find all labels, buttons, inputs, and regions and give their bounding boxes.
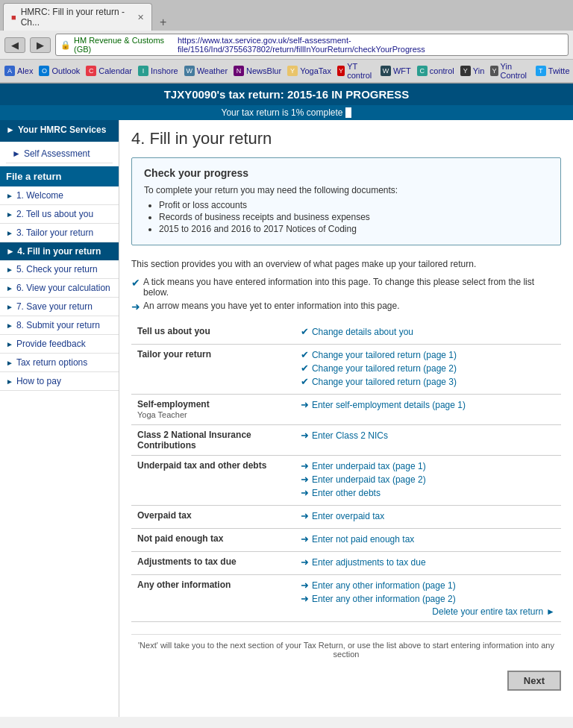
tick-icon: ✔ xyxy=(301,349,309,360)
newsblur-favicon: N xyxy=(234,66,244,76)
yin-control-favicon: Y xyxy=(490,66,498,76)
document-item-2: Records of business receipts and busines… xyxy=(159,212,548,222)
tab-close-button[interactable]: ✕ xyxy=(137,13,144,22)
lock-icon: 🔒 xyxy=(60,40,71,50)
document-item-1: Profit or loss accounts xyxy=(159,200,548,210)
sidebar-item-tell-us[interactable]: ► 2. Tell us about you xyxy=(0,205,119,224)
arrow-icon: ► xyxy=(6,192,13,200)
sidebar-item-calculation[interactable]: ► 6. View your calculation xyxy=(0,279,119,298)
not-paid-link[interactable]: ➜ Enter not paid enough tax xyxy=(301,533,555,545)
table-row: Any other information ➜ Enter any other … xyxy=(131,575,561,622)
new-tab-button[interactable]: + xyxy=(154,14,172,31)
sidebar-item-tailor[interactable]: ► 3. Tailor your return xyxy=(0,224,119,242)
adjustments-link[interactable]: ➜ Enter adjustments to tax due xyxy=(301,556,555,568)
self-assessment-link[interactable]: ► Self Assessment xyxy=(6,145,113,163)
bookmark-wft[interactable]: W WFT xyxy=(381,66,411,76)
cursor xyxy=(345,107,351,118)
table-row: Not paid enough tax ➜ Enter not paid eno… xyxy=(131,529,561,552)
tick-note-text: A tick means you have entered informatio… xyxy=(143,277,561,298)
your-hmrc-link[interactable]: ► Your HMRC Services xyxy=(6,125,113,135)
bookmark-weather[interactable]: W Weather xyxy=(184,66,228,76)
arrow-icon: ► xyxy=(6,284,13,292)
arrow-icon: ► xyxy=(6,210,13,219)
yogatax-favicon: Y xyxy=(287,66,298,76)
table-row: Self-employment Yoga Teacher ➜ Enter sel… xyxy=(131,395,561,425)
other-info-page2-link[interactable]: ➜ Enter any other information (page 2) xyxy=(301,593,555,604)
arrow-icon: ► xyxy=(6,266,13,274)
bookmark-twitter[interactable]: T Twitte xyxy=(536,66,570,76)
underpaid-page1-link[interactable]: ➜ Enter underpaid tax (page 1) xyxy=(301,460,555,471)
back-button[interactable]: ◀ xyxy=(4,37,25,53)
self-employment-page1-link[interactable]: ➜ Enter self-employment details (page 1) xyxy=(301,399,555,410)
section-self-employment-sublabel: Yoga Teacher xyxy=(137,410,187,419)
sidebar-item-save[interactable]: ► 7. Save your return xyxy=(0,298,119,316)
sidebar-item-how-to-pay[interactable]: ► How to pay xyxy=(0,372,119,391)
tailored-return-page1-link[interactable]: ✔ Change your tailored return (page 1) xyxy=(301,349,555,360)
sidebar-item-check[interactable]: ► 5. Check your return xyxy=(0,260,119,279)
tax-return-title: TJXY0090's tax return: 2015-16 IN PROGRE… xyxy=(164,88,410,101)
arrow-icon: ➜ xyxy=(301,580,309,591)
arrow-icon: ➜ xyxy=(301,487,309,498)
section-other-info-label: Any other information xyxy=(131,575,295,622)
sections-table: Tell us about you ✔ Change details about… xyxy=(131,321,561,622)
other-debts-link[interactable]: ➜ Enter other debts xyxy=(301,487,555,498)
arrow-icon: ► xyxy=(6,125,15,135)
tailored-return-page2-link[interactable]: ✔ Change your tailored return (page 2) xyxy=(301,363,555,374)
tab-title: HMRC: Fill in your return - Ch... xyxy=(21,7,133,28)
document-item-3: 2015 to 2016 and 2016 to 2017 Notices of… xyxy=(159,224,548,234)
section-underpaid-label: Underpaid tax and other debts xyxy=(131,456,295,506)
sidebar-item-fill-in[interactable]: ► 4. Fill in your return xyxy=(0,242,119,260)
file-a-return-section[interactable]: File a return xyxy=(0,166,119,186)
delete-tax-return-link[interactable]: Delete your entire tax return ► xyxy=(301,606,555,617)
bookmark-alex[interactable]: A Alex xyxy=(4,66,33,76)
description-text: This section provides you with an overvi… xyxy=(131,257,561,271)
sidebar-item-feedback[interactable]: ► Provide feedback xyxy=(0,335,119,354)
tick-icon: ✔ xyxy=(301,326,309,337)
tailored-return-page3-link[interactable]: ✔ Change your tailored return (page 3) xyxy=(301,376,555,387)
class2-nics-link[interactable]: ➜ Enter Class 2 NICs xyxy=(301,430,555,441)
outlook-favicon: O xyxy=(39,66,49,76)
change-details-link[interactable]: ✔ Change details about you xyxy=(301,326,555,337)
section-class2-label: Class 2 National Insurance Contributions xyxy=(131,425,295,456)
arrow-icon: ➜ xyxy=(301,533,309,545)
main-content: 4. Fill in your return Check your progre… xyxy=(119,120,573,717)
active-tab[interactable]: ■ HMRC: Fill in your return - Ch... ✕ xyxy=(3,3,152,31)
section-adjustments-actions: ➜ Enter adjustments to tax due xyxy=(295,552,561,575)
bookmark-inshore[interactable]: I Inshore xyxy=(138,66,178,76)
forward-button[interactable]: ▶ xyxy=(30,37,51,53)
bookmark-calendar[interactable]: C Calendar xyxy=(86,66,132,76)
section-self-employment-actions: ➜ Enter self-employment details (page 1) xyxy=(295,395,561,425)
arrow-note: ➜ An arrow means you have yet to enter i… xyxy=(131,301,561,313)
tab-bar: ■ HMRC: Fill in your return - Ch... ✕ + xyxy=(0,0,573,31)
section-adjustments-label: Adjustments to tax due xyxy=(131,552,295,575)
bookmark-yt-control[interactable]: Y YT control xyxy=(337,62,375,80)
section-overpaid-label: Overpaid tax xyxy=(131,506,295,529)
section-tailor-label: Tailor your return xyxy=(131,345,295,395)
bookmark-yogatax[interactable]: Y YogaTax xyxy=(287,66,331,76)
bookmark-yin-control[interactable]: Y Yin Control xyxy=(490,62,529,80)
progress-text: Your tax return is 1% complete xyxy=(222,107,343,118)
tick-icon: ✔ xyxy=(131,277,140,289)
twitter-favicon: T xyxy=(536,66,546,76)
bookmark-outlook[interactable]: O Outlook xyxy=(39,66,80,76)
underpaid-page2-link[interactable]: ➜ Enter underpaid tax (page 2) xyxy=(301,474,555,485)
yt-favicon: Y xyxy=(337,66,345,76)
sidebar-item-welcome[interactable]: ► 1. Welcome xyxy=(0,186,119,205)
next-button[interactable]: Next xyxy=(507,671,561,691)
arrow-icon: ➜ xyxy=(301,399,309,410)
sidebar-item-tax-return-options[interactable]: ► Tax return options xyxy=(0,354,119,372)
nav-bar: ◀ ▶ 🔒 HM Revenue & Customs (GB) https://… xyxy=(0,31,573,60)
bookmark-newsblur[interactable]: N NewsBlur xyxy=(234,66,281,76)
overpaid-link[interactable]: ➜ Enter overpaid tax xyxy=(301,510,555,521)
sidebar-item-submit[interactable]: ► 8. Submit your return xyxy=(0,316,119,335)
page-title: 4. Fill in your return xyxy=(131,129,561,148)
table-row: Overpaid tax ➜ Enter overpaid tax xyxy=(131,506,561,529)
other-info-page1-link[interactable]: ➜ Enter any other information (page 1) xyxy=(301,580,555,591)
table-row: Underpaid tax and other debts ➜ Enter un… xyxy=(131,456,561,506)
arrow-icon: ► xyxy=(6,359,13,367)
arrow-icon: ► xyxy=(6,321,13,330)
section-underpaid-actions: ➜ Enter underpaid tax (page 1) ➜ Enter u… xyxy=(295,456,561,506)
bookmark-control[interactable]: C control xyxy=(417,66,454,76)
address-bar[interactable]: 🔒 HM Revenue & Customs (GB) https://www.… xyxy=(55,34,569,56)
bookmark-yin[interactable]: Y Yin xyxy=(460,66,485,76)
